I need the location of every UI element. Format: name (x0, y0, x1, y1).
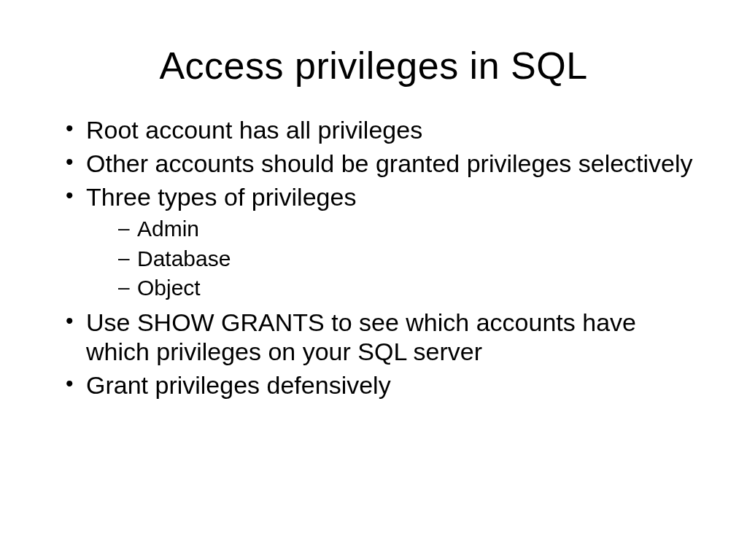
bullet-item: Other accounts should be granted privile… (66, 149, 696, 178)
sub-bullet-item: Object (118, 273, 696, 303)
bullet-item: Grant privileges defensively (66, 370, 696, 400)
slide-title: Access privileges in SQL (51, 44, 696, 88)
bullet-item: Root account has all privileges (66, 115, 696, 144)
bullet-item: Three types of privileges Admin Database… (66, 182, 696, 303)
bullet-text: Three types of privileges (86, 183, 356, 211)
sub-bullet-list: Admin Database Object (86, 214, 696, 303)
bullet-list: Root account has all privileges Other ac… (51, 115, 696, 400)
sub-bullet-item: Database (118, 244, 696, 274)
bullet-item: Use SHOW GRANTS to see which accounts ha… (66, 308, 696, 366)
slide: Access privileges in SQL Root account ha… (0, 0, 747, 560)
sub-bullet-item: Admin (118, 214, 696, 244)
